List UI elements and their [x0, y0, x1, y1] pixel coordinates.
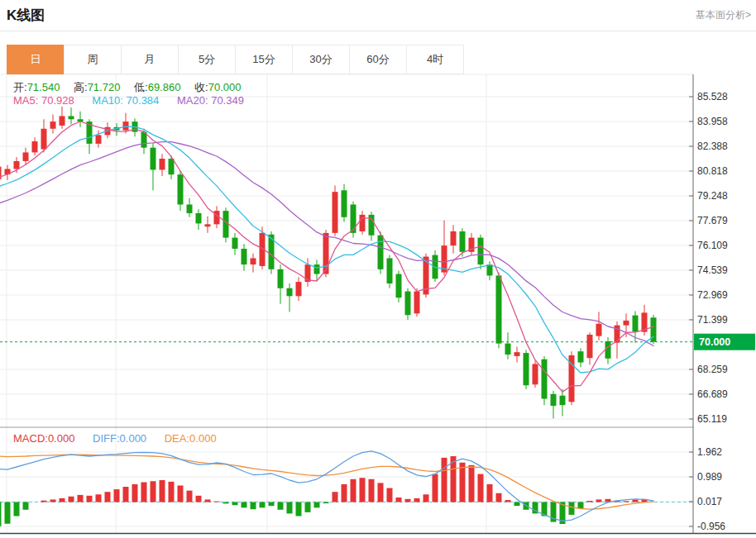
svg-text:65.119: 65.119	[697, 413, 727, 425]
svg-text:80.818: 80.818	[697, 165, 728, 177]
svg-text:83.958: 83.958	[697, 116, 728, 127]
ma10-legend: MA10: 70.384	[92, 94, 159, 107]
macd-histogram	[0, 456, 648, 526]
grid-layer	[0, 74, 693, 534]
kline-page: { "header": { "title": "K线图", "analysis_…	[0, 0, 756, 538]
ohlc-legend: 开:71.540 高:71.720 低:69.860 收:70.000	[13, 80, 251, 95]
svg-text:66.689: 66.689	[697, 388, 728, 400]
svg-text:79.248: 79.248	[697, 190, 728, 202]
low-label: 低:	[134, 81, 148, 93]
tab-60min[interactable]: 60分	[349, 45, 407, 74]
macd-legend: MACD:0.000 DIFF:0.000 DEA:0.000	[13, 432, 232, 445]
tab-30min[interactable]: 30分	[292, 45, 350, 74]
svg-text:74.539: 74.539	[697, 264, 728, 276]
high-value: 71.720	[88, 81, 121, 93]
tab-day[interactable]: 日	[7, 45, 65, 74]
timeframe-tabs: 日周月5分15分30分60分4时	[7, 45, 464, 74]
close-label: 收:	[194, 81, 208, 93]
tab-month[interactable]: 月	[121, 45, 179, 74]
svg-text:1.962: 1.962	[697, 446, 722, 458]
svg-text:68.259: 68.259	[697, 364, 728, 375]
svg-text:72.969: 72.969	[697, 289, 728, 301]
candles-layer	[0, 107, 657, 418]
open-value: 71.540	[27, 81, 60, 93]
axis-layer: 85.52883.95882.38880.81879.24877.67976.1…	[0, 74, 756, 534]
ma20-legend: MA20: 70.349	[177, 94, 244, 107]
low-value: 69.860	[148, 81, 181, 93]
svg-text:0.989: 0.989	[697, 471, 722, 483]
open-label: 开:	[13, 81, 27, 93]
tab-week[interactable]: 周	[64, 45, 122, 74]
high-label: 高:	[74, 81, 88, 93]
dea-value-legend: DEA:0.000	[165, 432, 217, 445]
svg-text:-0.956: -0.956	[697, 521, 725, 532]
svg-text:85.528: 85.528	[697, 91, 728, 102]
macd-value-legend: MACD:0.000	[13, 432, 74, 445]
reference-lines	[0, 342, 693, 502]
svg-text:82.388: 82.388	[697, 140, 728, 152]
diff-value-legend: DIFF:0.000	[93, 432, 146, 445]
ma-legend: MA5: 70.928 MA10: 70.384 MA20: 70.349	[13, 94, 259, 107]
tab-5min[interactable]: 5分	[178, 45, 236, 74]
tab-4hour[interactable]: 4时	[406, 45, 464, 74]
svg-text:77.679: 77.679	[697, 215, 728, 226]
close-value: 70.000	[208, 81, 242, 93]
tab-15min[interactable]: 15分	[235, 45, 293, 74]
current-price-badge: 70.000	[694, 334, 755, 350]
svg-text:0.017: 0.017	[697, 496, 722, 507]
svg-text:70.000: 70.000	[699, 336, 730, 348]
svg-text:71.399: 71.399	[697, 314, 728, 326]
ma5-legend: MA5: 70.928	[13, 94, 74, 107]
svg-text:76.109: 76.109	[697, 240, 728, 251]
